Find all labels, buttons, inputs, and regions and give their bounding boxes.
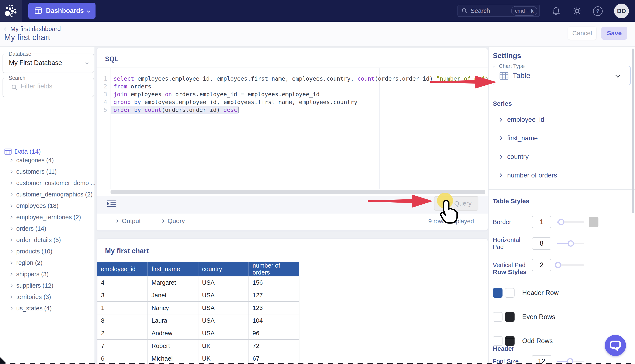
text-color-swatch[interactable] [505, 336, 515, 346]
sidebar-table-item[interactable]: customer_customer_demo ... [0, 177, 94, 189]
sidebar-table-item[interactable]: orders (14) [0, 223, 94, 234]
dashboards-menu-button[interactable]: Dashboards [28, 3, 96, 19]
chevron-right-icon [9, 216, 13, 219]
app-logo[interactable] [0, 0, 22, 22]
font-size-input[interactable] [532, 355, 551, 364]
line-number: 2 [97, 83, 107, 90]
table-row: 2AndrewUSA96 [97, 327, 299, 340]
sidebar-table-item[interactable]: categories (4) [0, 154, 94, 166]
field-search[interactable]: Search [3, 78, 94, 97]
sidebar-table-item[interactable]: us_states (4) [0, 302, 94, 314]
sidebar-table-item[interactable]: territories (3) [0, 291, 94, 302]
style-slider[interactable] [557, 262, 584, 268]
sidebar-table-item[interactable]: customers (11) [0, 166, 94, 177]
background-color-swatch[interactable] [493, 288, 503, 298]
chevron-right-icon [9, 193, 13, 196]
format-indent-icon[interactable] [107, 200, 116, 208]
slider-thumb[interactable] [555, 262, 561, 268]
query-section-toggle[interactable]: Query [161, 217, 185, 224]
table-header-cell[interactable]: first_name [148, 262, 198, 276]
table-cell: USA [198, 289, 249, 302]
code-text: join employees on orders.employee_id = e… [113, 91, 320, 98]
page-vertical-scrollbar[interactable] [632, 48, 634, 213]
table-cell: 72 [249, 340, 299, 352]
database-select-value: My First Database [9, 59, 62, 67]
page-title: My first chart [4, 33, 50, 42]
editor-divider [97, 68, 488, 68]
cancel-button[interactable]: Cancel [568, 26, 596, 40]
sidebar-table-item[interactable]: employees (18) [0, 200, 94, 212]
global-search[interactable]: cmd + k [458, 5, 540, 17]
chart-type-label: Chart Type [497, 63, 527, 69]
code-line[interactable]: 1select employees.employee_id, employees… [97, 75, 488, 82]
chevron-right-icon [9, 295, 13, 298]
series-item[interactable]: employee_id [489, 115, 635, 124]
table-cell: Robert [148, 340, 198, 352]
control-number-input[interactable] [532, 259, 551, 271]
code-line[interactable]: 3join employees on orders.employee_id = … [97, 90, 488, 98]
run-query-button[interactable]: Run Query [434, 196, 478, 210]
border-color-swatch[interactable] [589, 217, 598, 227]
chevron-down-icon [85, 61, 89, 64]
help-icon[interactable]: ? [593, 6, 603, 16]
sidebar-table-item[interactable]: shippers (3) [0, 268, 94, 280]
background-color-swatch[interactable] [493, 336, 503, 346]
series-item[interactable]: first_name [489, 133, 635, 143]
bell-icon[interactable] [552, 6, 561, 16]
chevron-down-icon [615, 73, 620, 78]
table-row: 4MargaretUSA156 [97, 276, 299, 289]
table-cell: Andrew [148, 327, 198, 340]
table-styles-title: Table Styles [493, 198, 529, 205]
sidebar-table-item[interactable]: region (2) [0, 257, 94, 268]
breadcrumb[interactable]: My first dashboard [5, 26, 61, 32]
field-search-input[interactable] [20, 82, 85, 90]
table-header-cell[interactable]: number of orders [249, 262, 299, 276]
style-slider[interactable] [557, 240, 584, 247]
search-shortcut-badge: cmd + k [511, 6, 537, 16]
series-item[interactable]: country [489, 152, 635, 162]
output-section-toggle[interactable]: Output [116, 217, 141, 224]
gear-icon[interactable] [572, 6, 581, 16]
chart-type-select[interactable]: Chart Type Table [493, 66, 631, 85]
table-row: 6MichaelUK67 [97, 352, 299, 364]
chart-title: My first chart [105, 247, 149, 255]
sidebar-table-item[interactable]: customer_demographics (2) [0, 189, 94, 200]
table-cell: 127 [249, 289, 299, 302]
control-number-input[interactable] [532, 238, 551, 250]
chevron-right-icon [9, 158, 13, 162]
table-header-cell[interactable]: employee_id [97, 262, 148, 276]
row-style-label: Header Row [522, 289, 558, 297]
settings-title: Settings [493, 52, 521, 60]
text-color-swatch[interactable] [505, 312, 515, 322]
style-slider[interactable] [557, 218, 584, 226]
slider-thumb[interactable] [568, 240, 574, 247]
chevron-down-icon [87, 9, 90, 13]
sidebar-table-item[interactable]: suppliers (12) [0, 280, 94, 291]
database-select[interactable]: Database My First Database [3, 54, 94, 73]
control-number-input[interactable] [532, 216, 551, 228]
background-color-swatch[interactable] [493, 312, 503, 322]
chevron-right-icon [9, 261, 13, 264]
control-label: Horizontal Pad [493, 236, 532, 250]
code-text: from orders [113, 83, 151, 90]
avatar[interactable]: DD [614, 4, 629, 18]
code-line[interactable]: 4group by employees.employee_id, employe… [97, 98, 488, 106]
global-search-input[interactable] [470, 7, 511, 14]
sidebar-table-item[interactable]: order_details (5) [0, 234, 94, 246]
text-color-swatch[interactable] [505, 288, 515, 298]
slider-thumb[interactable] [558, 219, 564, 225]
chevron-right-icon [9, 227, 13, 230]
sidebar-table-item[interactable]: products (10) [0, 246, 94, 257]
table-header-cell[interactable]: country [198, 262, 249, 276]
table-cell: USA [198, 314, 249, 327]
series-item[interactable]: number of orders [489, 170, 635, 180]
data-section-toggle[interactable]: Data (14) [4, 148, 41, 155]
code-line[interactable]: 5order by count(orders.order_id) desc [97, 106, 488, 114]
chevron-right-icon [498, 118, 502, 122]
sql-code-area[interactable]: 1select employees.employee_id, employees… [97, 75, 488, 114]
code-line[interactable]: 2from orders [97, 82, 488, 90]
editor-horizontal-scrollbar[interactable] [111, 190, 485, 194]
chat-launcher-button[interactable] [605, 335, 626, 356]
save-button[interactable]: Save [601, 26, 627, 40]
sidebar-table-item[interactable]: employee_territories (2) [0, 212, 94, 223]
